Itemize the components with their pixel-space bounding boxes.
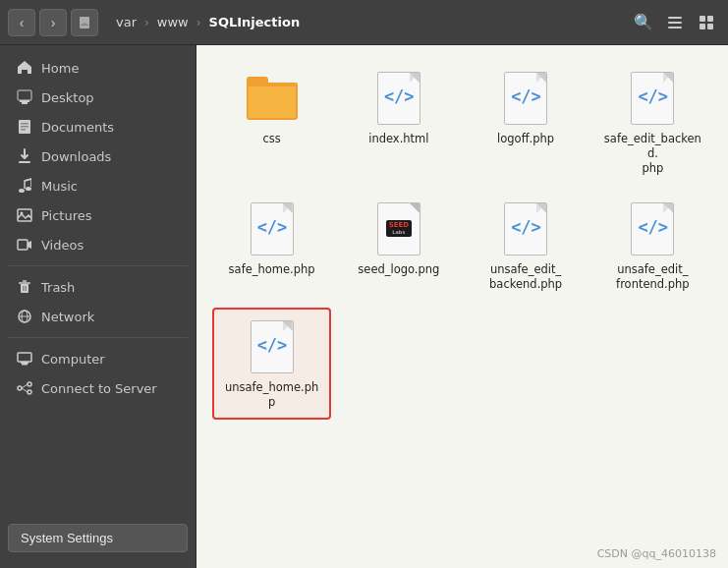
image-icon-seed-logo: SEED Labs [373,199,424,258]
sidebar-bottom: System Settings [0,516,196,560]
file-item-logoff-php[interactable]: </> logoff.php [467,61,586,184]
file-label-seed-logo: seed_logo.png [358,262,439,277]
home-icon [16,59,33,77]
svg-point-34 [28,382,31,386]
file-item-unsafe-edit-frontend[interactable]: </> unsafe_edit_frontend.php [593,192,712,300]
sidebar-item-network[interactable]: Network [4,303,192,330]
svg-rect-9 [22,102,28,104]
sidebar-item-music[interactable]: Music [4,172,192,199]
videos-icon [16,236,33,254]
sidebar-label-videos: Videos [41,238,84,253]
sidebar: Home Desktop Documents [0,45,196,568]
documents-icon [16,118,33,136]
grid-view-button[interactable] [693,9,720,36]
forward-button[interactable]: › [39,9,67,36]
file-label-index-html: index.html [368,132,428,146]
sidebar-item-connect-to-server[interactable]: Connect to Server [4,374,192,402]
code-icon-unsafe-home: </> [247,317,298,376]
sidebar-label-home: Home [41,61,79,76]
main-area: Home Desktop Documents [0,45,728,568]
svg-rect-13 [21,126,28,128]
watermark-text: CSDN @qq_46010138 [597,547,716,560]
code-icon-safe-home: </> [247,199,298,258]
sidebar-item-computer[interactable]: Computer [4,345,192,372]
sidebar-label-music: Music [41,179,78,194]
sidebar-label-trash: Trash [41,280,75,295]
code-icon-index: </> [373,69,424,128]
svg-rect-26 [26,286,28,291]
breadcrumb-var[interactable]: var [110,12,142,32]
pictures-icon [16,206,33,224]
svg-point-16 [19,189,25,193]
computer-icon [16,350,33,368]
code-icon-safe-edit-backend: </> [627,69,678,128]
svg-rect-3 [668,27,682,28]
svg-rect-4 [700,16,705,22]
file-item-index-html[interactable]: </> index.html [339,61,458,184]
svg-rect-23 [19,282,30,284]
svg-line-36 [22,384,28,388]
breadcrumb-www[interactable]: www [151,12,195,32]
svg-rect-30 [18,353,31,362]
svg-rect-7 [707,24,713,29]
sidebar-label-desktop: Desktop [41,90,94,105]
svg-rect-6 [700,24,705,29]
svg-point-33 [18,386,22,390]
file-area: css </> index.html </> [196,45,728,568]
music-icon [16,177,33,195]
svg-line-18 [25,179,31,181]
sidebar-item-documents[interactable]: Documents [4,113,192,141]
svg-rect-25 [23,286,25,291]
svg-point-35 [28,390,31,394]
svg-rect-8 [18,90,31,100]
sidebar-label-pictures: Pictures [41,208,91,223]
svg-point-17 [26,187,31,191]
svg-rect-24 [23,280,27,282]
code-icon-logoff: </> [500,69,551,128]
file-label-unsafe-home-php: unsafe_home.php [223,380,321,410]
file-item-seed-logo[interactable]: SEED Labs seed_logo.png [339,192,458,300]
file-item-css[interactable]: css [212,61,331,184]
sidebar-item-desktop[interactable]: Desktop [4,84,192,111]
sidebar-item-downloads[interactable]: Downloads [4,142,192,170]
breadcrumb-sqlinjection[interactable]: SQLInjection [203,12,307,32]
sidebar-item-home[interactable]: Home [4,54,192,82]
code-icon-unsafe-edit-backend: </> [500,199,551,258]
file-label-css: css [262,132,280,146]
sidebar-item-videos[interactable]: Videos [4,231,192,258]
search-button[interactable]: 🔍 [630,9,657,36]
svg-rect-1 [668,17,682,19]
code-icon-unsafe-edit-frontend: </> [627,199,678,258]
svg-rect-31 [22,364,28,366]
svg-rect-5 [707,16,713,22]
sidebar-item-pictures[interactable]: Pictures [4,201,192,229]
sidebar-label-computer: Computer [41,352,105,367]
sidebar-label-downloads: Downloads [41,149,111,164]
file-label-safe-edit-backend: safe_edit_backend.php [603,132,701,176]
system-settings-button[interactable]: System Settings [8,524,188,552]
sidebar-item-trash[interactable]: Trash [4,273,192,301]
file-item-safe-edit-backend[interactable]: </> safe_edit_backend.php [593,61,712,184]
file-grid: css </> index.html </> [212,61,712,420]
svg-rect-32 [21,362,28,364]
network-icon [16,308,33,325]
back-button[interactable]: ‹ [8,9,35,36]
file-item-unsafe-home-php[interactable]: </> unsafe_home.php [212,308,331,420]
file-item-unsafe-edit-backend[interactable]: </> unsafe_edit_backend.php [467,192,586,300]
seedlabs-badge: SEED Labs [386,220,412,237]
folder-icon-css [247,69,298,128]
sidebar-label-network: Network [41,310,94,324]
file-label-unsafe-edit-backend: unsafe_edit_backend.php [489,262,562,292]
svg-rect-10 [20,100,29,102]
svg-rect-2 [668,22,682,24]
top-bar-actions: 🔍 [630,9,720,36]
svg-rect-12 [21,123,28,125]
file-label-safe-home-php: safe_home.php [229,262,315,277]
list-view-button[interactable] [661,9,689,36]
svg-rect-14 [21,129,26,131]
breadcrumb: var › www › SQLInjection [102,12,626,32]
downloads-icon [16,147,33,165]
file-item-safe-home-php[interactable]: </> safe_home.php [212,192,331,300]
sidebar-label-documents: Documents [41,120,114,135]
svg-rect-15 [19,161,30,163]
